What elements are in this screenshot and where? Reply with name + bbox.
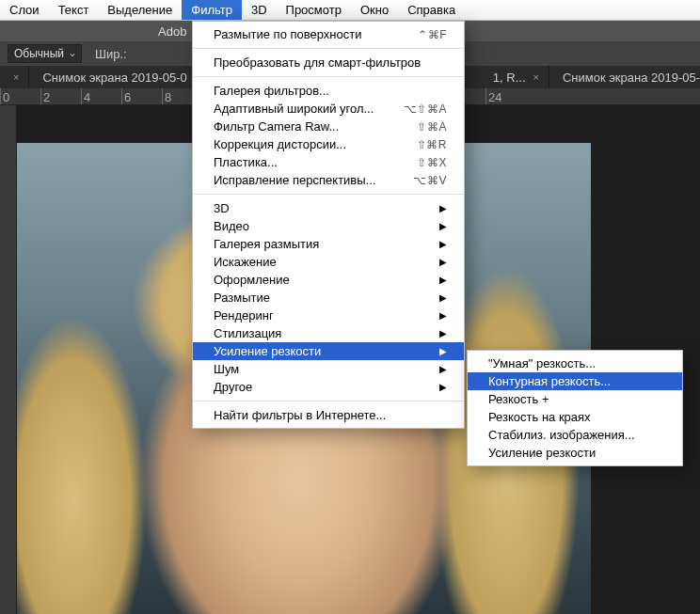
menu-item-label: Другое [214, 380, 252, 394]
menu-item-convert-smart[interactable]: Преобразовать для смарт-фильтров [193, 54, 464, 71]
submenu-arrow-icon: ▶ [439, 239, 447, 249]
menu-item-label: Размытие по поверхности [214, 27, 361, 41]
menu-item-label: Усиление резкости [214, 344, 321, 358]
close-icon[interactable]: × [13, 71, 19, 83]
menu-item[interactable]: Другое▶ [193, 378, 464, 396]
menu-item-label: Видео [214, 219, 249, 233]
document-tab[interactable]: × [0, 66, 29, 88]
menu-item[interactable]: Стилизация▶ [193, 324, 464, 342]
shortcut-label: ⇧⌘R [417, 138, 447, 151]
document-tab[interactable]: Снимок экрана 2019-05-08 в [549, 66, 700, 88]
menu-item[interactable]: Исправление перспективы...⌥⌘V [193, 171, 464, 189]
menu-window[interactable]: Окно [351, 0, 398, 20]
shortcut-label: ⇧⌘A [417, 120, 447, 134]
shortcut-label: ⌥⇧⌘A [404, 102, 447, 116]
submenu-item[interactable]: Резкость на краях [468, 408, 682, 426]
menu-selection[interactable]: Выделение [98, 0, 182, 20]
sharpen-submenu: "Умная" резкость...Контурная резкость...… [467, 350, 683, 466]
document-tab-label: Снимок экрана 2019-05-08 в [563, 71, 700, 85]
shortcut-label: ⇧⌘X [417, 156, 447, 169]
menu-item-label: Галерея размытия [214, 237, 319, 251]
menu-item-label: Размытие [214, 291, 270, 305]
submenu-arrow-icon: ▶ [439, 346, 447, 356]
menu-layers[interactable]: Слои [0, 0, 49, 20]
menu-separator [193, 401, 464, 401]
menu-item-label: Шум [214, 362, 239, 376]
menu-item[interactable]: Рендеринг▶ [193, 307, 464, 324]
menu-item[interactable]: Пластика...⇧⌘X [193, 153, 464, 171]
filter-menu: Размытие по поверхности ⌃⌘F Преобразоват… [192, 21, 465, 429]
menu-item[interactable]: Оформление▶ [193, 271, 464, 289]
menu-item-label: Резкость на краях [488, 410, 591, 424]
menu-view[interactable]: Просмотр [277, 0, 351, 20]
submenu-item[interactable]: Усиление резкости [468, 444, 682, 462]
menu-separator [193, 194, 464, 195]
width-label: Шир.: [95, 47, 127, 61]
submenu-arrow-icon: ▶ [439, 275, 447, 285]
submenu-item[interactable]: Резкость + [468, 390, 682, 408]
document-tab[interactable]: Снимок экрана 2019-05-0 [29, 66, 197, 88]
menu-item-label: Рендеринг [214, 308, 274, 323]
menu-item[interactable]: Усиление резкости▶ [193, 342, 464, 360]
app-title: Adob [158, 24, 186, 39]
menu-item[interactable]: Адаптивный широкий угол...⌥⇧⌘A [193, 100, 464, 118]
blend-mode-select[interactable]: Обычный [8, 44, 82, 63]
menu-item-label: Оформление [214, 273, 290, 287]
menu-item-label: Усиление резкости [488, 446, 596, 460]
menu-separator [193, 76, 464, 77]
submenu-arrow-icon: ▶ [439, 221, 447, 231]
menu-filter[interactable]: Фильтр [182, 0, 242, 20]
menu-item-label: 3D [214, 201, 230, 215]
menu-item-label: "Умная" резкость... [488, 356, 596, 370]
submenu-arrow-icon: ▶ [439, 328, 447, 338]
submenu-arrow-icon: ▶ [439, 364, 447, 374]
menu-3d[interactable]: 3D [242, 0, 277, 20]
close-icon[interactable]: × [533, 71, 539, 83]
shortcut-label: ⌃⌘F [418, 28, 447, 41]
document-tab-label: Снимок экрана 2019-05-0 [42, 71, 186, 85]
menu-item-label: Контурная резкость... [488, 374, 611, 388]
menu-help[interactable]: Справка [398, 0, 465, 20]
menu-item-label: Искажение [214, 255, 277, 269]
submenu-arrow-icon: ▶ [439, 382, 447, 392]
shortcut-label: ⌥⌘V [413, 174, 447, 187]
menu-item-label: Найти фильтры в Интернете... [214, 408, 386, 422]
menu-item[interactable]: Размытие▶ [193, 289, 464, 307]
menu-item-last-filter[interactable]: Размытие по поверхности ⌃⌘F [193, 25, 464, 43]
submenu-arrow-icon: ▶ [439, 310, 447, 321]
system-menubar: Слои Текст Выделение Фильтр 3D Просмотр … [0, 0, 700, 21]
document-tab[interactable]: 1, R... × [480, 66, 549, 88]
menu-separator [193, 48, 464, 49]
menu-item[interactable]: Искажение▶ [193, 253, 464, 271]
submenu-arrow-icon: ▶ [439, 203, 447, 213]
menu-item[interactable]: Видео▶ [193, 217, 464, 235]
menu-item[interactable]: Фильтр Camera Raw...⇧⌘A [193, 118, 464, 135]
menu-item[interactable]: Галерея размытия▶ [193, 235, 464, 253]
menu-item[interactable]: 3D▶ [193, 199, 464, 217]
menu-item-label: Преобразовать для смарт-фильтров [214, 55, 421, 70]
menu-item[interactable]: Шум▶ [193, 360, 464, 378]
menu-item-label: Адаптивный широкий угол... [214, 102, 374, 116]
submenu-arrow-icon: ▶ [439, 292, 447, 303]
menu-item-label: Пластика... [214, 155, 278, 169]
vertical-ruler [0, 105, 17, 614]
submenu-item[interactable]: Стабилиз. изображения... [468, 426, 682, 444]
menu-item-label: Резкость + [488, 392, 549, 406]
menu-item-label: Коррекция дисторсии... [214, 137, 346, 151]
submenu-arrow-icon: ▶ [439, 257, 447, 267]
menu-item-label: Стабилиз. изображения... [488, 428, 635, 442]
document-tab-label: 1, R... [493, 71, 526, 85]
menu-item[interactable]: Галерея фильтров... [193, 82, 464, 100]
menu-item-browse-filters[interactable]: Найти фильтры в Интернете... [193, 406, 464, 424]
menu-item-label: Галерея фильтров... [214, 84, 329, 98]
menu-item-label: Фильтр Camera Raw... [214, 119, 339, 134]
menu-item[interactable]: Коррекция дисторсии...⇧⌘R [193, 135, 464, 153]
menu-text[interactable]: Текст [49, 0, 99, 20]
submenu-item[interactable]: Контурная резкость... [468, 372, 682, 390]
submenu-item[interactable]: "Умная" резкость... [468, 354, 682, 372]
menu-item-label: Исправление перспективы... [214, 173, 375, 187]
menu-item-label: Стилизация [214, 326, 281, 340]
